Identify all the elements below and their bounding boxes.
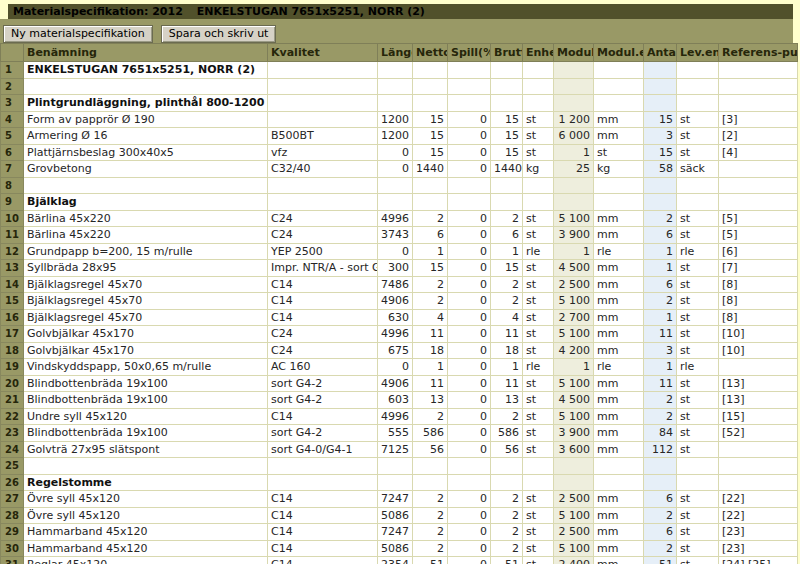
cell-ref: [719, 194, 798, 211]
cell-kvalitet: sort G4-0/G4-1: [268, 441, 378, 458]
table-row: 29Hammarband 45x120C147247202st2 500mm6s…: [1, 524, 798, 541]
cell-ref: [719, 62, 798, 79]
col-header-ref: Referens-punkt: [719, 44, 798, 62]
cell-modul_enh: mm: [594, 309, 644, 326]
cell-langd: [378, 78, 413, 95]
row-number: 17: [1, 326, 24, 343]
row-number: 11: [1, 227, 24, 244]
cell-enhet: [523, 78, 554, 95]
cell-ref: [8]: [719, 293, 798, 310]
cell-kvalitet: C32/40: [268, 161, 378, 178]
cell-kvalitet: sort G4-2: [268, 425, 378, 442]
cell-antal: 6: [644, 491, 677, 508]
cell-lev_enh: st: [677, 111, 719, 128]
cell-kvalitet: AC 160: [268, 359, 378, 376]
table-row: 31Reglar 45x120C14235451051st2 400mm51st…: [1, 557, 798, 564]
cell-enhet: st: [523, 540, 554, 557]
cell-enhet: st: [523, 375, 554, 392]
cell-langd: 0: [378, 144, 413, 161]
cell-modul: 5 100: [554, 375, 594, 392]
cell-brutto: 2: [491, 507, 523, 524]
table-row: 22Undre syll 45x120C144996202st5 100mm2s…: [1, 408, 798, 425]
cell-brutto: [491, 474, 523, 491]
cell-modul: 25: [554, 161, 594, 178]
cell-modul_enh: [594, 95, 644, 112]
cell-langd: [378, 177, 413, 194]
cell-name: Armering Ø 16: [24, 128, 268, 145]
cell-lev_enh: st: [677, 540, 719, 557]
cell-lev_enh: st: [677, 557, 719, 564]
cell-name: Bjälklag: [24, 194, 268, 211]
cell-netto: 18: [413, 342, 448, 359]
cell-langd: [378, 95, 413, 112]
cell-modul_enh: mm: [594, 128, 644, 145]
cell-modul_enh: [594, 177, 644, 194]
cell-spill: 0: [448, 425, 491, 442]
cell-modul: 5 100: [554, 408, 594, 425]
cell-spill: [448, 177, 491, 194]
cell-modul_enh: mm: [594, 111, 644, 128]
cell-langd: 300: [378, 260, 413, 277]
cell-enhet: st: [523, 441, 554, 458]
cell-langd: 0: [378, 359, 413, 376]
cell-kvalitet: YEP 2500: [268, 243, 378, 260]
save-and-print-button[interactable]: Spara och skriv ut: [161, 25, 277, 43]
cell-name: Vindskyddspapp, 50x0,65 m/rulle: [24, 359, 268, 376]
cell-kvalitet: C14: [268, 293, 378, 310]
cell-antal: 2: [644, 392, 677, 409]
cell-brutto: 18: [491, 342, 523, 359]
cell-ref: [10]: [719, 342, 798, 359]
cell-langd: 5086: [378, 540, 413, 557]
row-number: 26: [1, 474, 24, 491]
cell-kvalitet: B500BT: [268, 128, 378, 145]
cell-enhet: st: [523, 293, 554, 310]
cell-langd: 7247: [378, 491, 413, 508]
cell-langd: [378, 474, 413, 491]
cell-spill: 0: [448, 227, 491, 244]
row-number: 13: [1, 260, 24, 277]
cell-modul: 2 500: [554, 276, 594, 293]
row-number: 31: [1, 557, 24, 564]
cell-enhet: st: [523, 342, 554, 359]
cell-brutto: 4: [491, 309, 523, 326]
cell-lev_enh: säck: [677, 161, 719, 178]
cell-modul_enh: mm: [594, 441, 644, 458]
cell-spill: 0: [448, 144, 491, 161]
cell-modul_enh: mm: [594, 227, 644, 244]
cell-lev_enh: st: [677, 260, 719, 277]
cell-kvalitet: [268, 78, 378, 95]
cell-kvalitet: [268, 111, 378, 128]
cell-antal: 3: [644, 128, 677, 145]
new-specification-button[interactable]: Ny materialspecifikation: [3, 25, 153, 43]
table-row: 5Armering Ø 16B500BT120015015st6 000mm3s…: [1, 128, 798, 145]
cell-enhet: st: [523, 507, 554, 524]
cell-brutto: [491, 458, 523, 475]
cell-ref: [719, 474, 798, 491]
cell-ref: [3]: [719, 111, 798, 128]
table-row: 28Övre syll 45x120C145086202st5 100mm2st…: [1, 507, 798, 524]
cell-modul: 3 900: [554, 425, 594, 442]
cell-name: Reglar 45x120: [24, 557, 268, 564]
table-header-row: BenämningKvalitetLängdNettoSpill(%)Brutt…: [1, 44, 798, 62]
row-number: 2: [1, 78, 24, 95]
table-row: 1ENKELSTUGAN 7651x5251, NORR (2): [1, 62, 798, 79]
table-row: 8: [1, 177, 798, 194]
cell-name: Blindbottenbräda 19x100: [24, 425, 268, 442]
cell-brutto: 2: [491, 293, 523, 310]
cell-modul_enh: mm: [594, 210, 644, 227]
cell-kvalitet: C14: [268, 524, 378, 541]
cell-spill: 0: [448, 557, 491, 564]
cell-enhet: st: [523, 491, 554, 508]
cell-antal: [644, 95, 677, 112]
cell-langd: 4996: [378, 408, 413, 425]
cell-modul: 2 500: [554, 524, 594, 541]
cell-netto: 6: [413, 227, 448, 244]
cell-netto: 1440: [413, 161, 448, 178]
cell-name: Grundpapp b=200, 15 m/rulle: [24, 243, 268, 260]
cell-kvalitet: C24: [268, 227, 378, 244]
page-title-name: ENKELSTUGAN 7651x5251, NORR (2): [197, 5, 425, 18]
cell-brutto: 1: [491, 359, 523, 376]
cell-brutto: 2: [491, 276, 523, 293]
cell-modul_enh: [594, 474, 644, 491]
col-header-brutto: Brutto: [491, 44, 523, 62]
